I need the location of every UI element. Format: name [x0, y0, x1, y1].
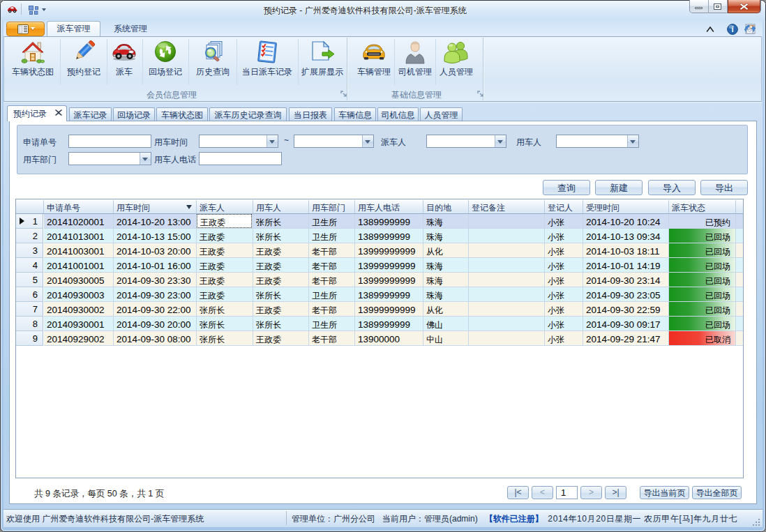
svg-text:i: i [731, 25, 733, 33]
